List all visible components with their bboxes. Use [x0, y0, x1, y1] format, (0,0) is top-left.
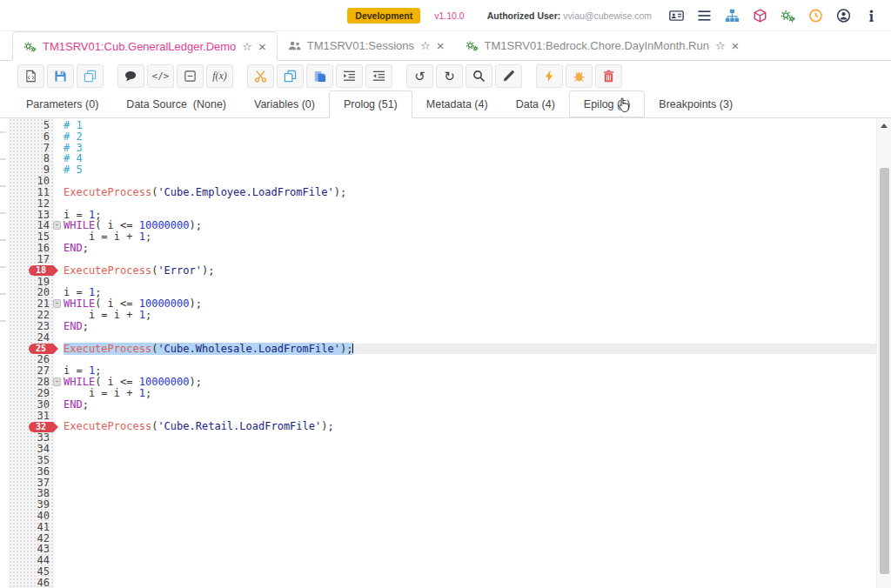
line-number[interactable]: 28 — [9, 377, 50, 388]
document-tab-1[interactable]: TM1SRV01:Cub.GeneralLedger.Demo☆× — [12, 31, 278, 61]
line-number[interactable]: 30 — [9, 399, 50, 411]
document-tab-3[interactable]: TM1SRV01:Bedrock.Chore.DayInMonth.Run☆× — [455, 31, 750, 60]
token: 'Error' — [157, 264, 202, 277]
redo-button[interactable]: ↻ — [436, 64, 463, 88]
line-number[interactable]: 22 — [9, 310, 50, 321]
code-line: 29 i = i + 1; — [0, 388, 876, 399]
section-tab-variables-0[interactable]: Variables (0) — [240, 90, 329, 117]
code-text[interactable]: ExecuteProcess('Cube.Wholesale.LoadFromF… — [64, 344, 353, 355]
line-number[interactable]: 36 — [9, 466, 50, 478]
delete-button[interactable] — [595, 64, 622, 88]
code-line: 34 — [0, 444, 876, 455]
line-number[interactable]: 23 — [9, 321, 50, 332]
line-number[interactable]: 41 — [9, 522, 50, 533]
close-tab-icon[interactable]: × — [732, 40, 740, 51]
edit-button[interactable] — [495, 64, 522, 88]
undo-button[interactable]: ↺ — [406, 64, 433, 88]
code-line: 37 — [0, 478, 876, 489]
fold-marker-icon[interactable]: - — [53, 221, 61, 230]
token: END — [64, 398, 83, 411]
run-button[interactable] — [536, 64, 563, 88]
line-number[interactable]: 5 — [9, 120, 50, 131]
save-button[interactable] — [47, 64, 74, 88]
token: ); — [190, 219, 202, 231]
line-number[interactable]: 12 — [9, 198, 50, 210]
info-icon[interactable] — [864, 9, 879, 23]
scroll-up-button[interactable] — [877, 118, 891, 132]
section-tab-data-source-none[interactable]: Data Source (None) — [112, 90, 240, 117]
line-number[interactable]: 6 — [9, 131, 50, 143]
file-code-button[interactable] — [17, 64, 44, 88]
breakpoint-badge[interactable]: 32 — [29, 422, 53, 432]
favorite-star-icon[interactable]: ☆ — [420, 39, 431, 52]
favorite-star-icon[interactable]: ☆ — [242, 40, 252, 53]
section-tab-parameters-0[interactable]: Parameters (0) — [12, 90, 112, 117]
section-tab-epilog-5[interactable]: Epilog (5) — [569, 90, 646, 117]
line-number[interactable]: 34 — [9, 444, 50, 455]
code-text[interactable]: END; — [64, 399, 89, 411]
section-tab-data-4[interactable]: Data (4) — [502, 90, 569, 117]
line-number[interactable]: 35 — [9, 455, 50, 466]
token: 'Cube.Wholesale.LoadFromFile' — [157, 343, 340, 355]
code-text[interactable]: ExecuteProcess('Cube.Retail.LoadFromFile… — [64, 421, 334, 432]
debug-button[interactable] — [566, 64, 593, 88]
breakpoint-badge[interactable]: 18 — [29, 265, 53, 276]
line-number[interactable]: 24 — [9, 332, 50, 344]
selected-text: ExecuteProcess('Cube.Wholesale.LoadFromF… — [64, 343, 352, 355]
clone-button[interactable] — [77, 64, 104, 88]
code-lines[interactable]: 5# 16# 27# 38# 49# 51011ExecuteProcess('… — [0, 120, 876, 588]
breakpoint-badge[interactable]: 25 — [29, 344, 53, 354]
code-text[interactable]: # 5 — [64, 164, 83, 176]
code-button[interactable]: </> — [147, 64, 174, 88]
id-card-icon[interactable] — [669, 9, 684, 23]
cube-icon[interactable] — [753, 9, 767, 23]
function-button[interactable]: f(x) — [206, 64, 233, 88]
section-tab-breakpoints-3[interactable]: Breakpoints (3) — [645, 90, 747, 117]
section-tab-label: Prolog (51) — [344, 98, 398, 110]
line-number[interactable]: 29 — [9, 388, 50, 399]
line-number[interactable]: 40 — [9, 511, 50, 522]
code-text[interactable]: ExecuteProcess('Error'); — [64, 265, 214, 277]
gears-icon[interactable] — [780, 9, 795, 23]
line-number[interactable]: 17 — [9, 254, 50, 265]
user-icon[interactable] — [836, 9, 851, 23]
line-number[interactable]: 31 — [9, 411, 50, 422]
token: # 5 — [64, 164, 83, 176]
document-tab-label: TM1SRV01:Bedrock.Chore.DayInMonth.Run — [485, 39, 709, 52]
favorite-star-icon[interactable]: ☆ — [715, 39, 726, 52]
paste-button[interactable] — [306, 64, 333, 88]
list-icon[interactable] — [697, 9, 712, 23]
token: ExecuteProcess — [64, 264, 151, 277]
vertical-scrollbar[interactable] — [876, 118, 891, 588]
cut-button[interactable] — [247, 64, 274, 88]
section-tab-prolog-51[interactable]: Prolog (51) — [329, 90, 412, 118]
code-text[interactable]: END; — [64, 243, 89, 254]
collapse-button[interactable] — [177, 64, 204, 88]
fold-marker-icon[interactable]: - — [53, 299, 61, 308]
code-line: 44 — [0, 555, 876, 566]
outdent-button[interactable] — [365, 64, 392, 88]
scrollbar-thumb[interactable] — [880, 168, 889, 574]
code-line: 32ExecuteProcess('Cube.Retail.LoadFromFi… — [0, 421, 876, 432]
code-text[interactable]: END; — [64, 321, 89, 332]
fold-marker-icon[interactable]: - — [53, 378, 61, 386]
sitemap-icon[interactable] — [725, 9, 740, 23]
clock-icon[interactable] — [808, 9, 823, 23]
comment-button[interactable] — [117, 64, 144, 88]
section-tab-metadata-4[interactable]: Metadata (4) — [412, 90, 502, 117]
search-button[interactable] — [466, 64, 492, 88]
document-tab-2[interactable]: TM1SRV01:Sessions☆× — [278, 31, 455, 60]
code-line: 22 i = i + 1; — [0, 310, 876, 321]
code-text[interactable]: ExecuteProcess('Cube.Employee.LoadFromFi… — [64, 187, 346, 198]
indent-button[interactable] — [336, 64, 363, 88]
line-number[interactable]: 11 — [9, 187, 50, 198]
close-tab-icon[interactable]: × — [258, 41, 266, 52]
close-tab-icon[interactable]: × — [437, 40, 445, 51]
environment-badge: Development — [347, 8, 420, 23]
code-line: 45 — [0, 566, 876, 578]
code-editor[interactable]: 5# 16# 27# 38# 49# 51011ExecuteProcess('… — [0, 118, 891, 588]
toolbar-group-2: </>f(x) — [117, 64, 236, 88]
copy-button[interactable] — [277, 64, 304, 88]
line-number[interactable]: 46 — [9, 578, 50, 588]
line-number[interactable]: 16 — [9, 243, 50, 254]
